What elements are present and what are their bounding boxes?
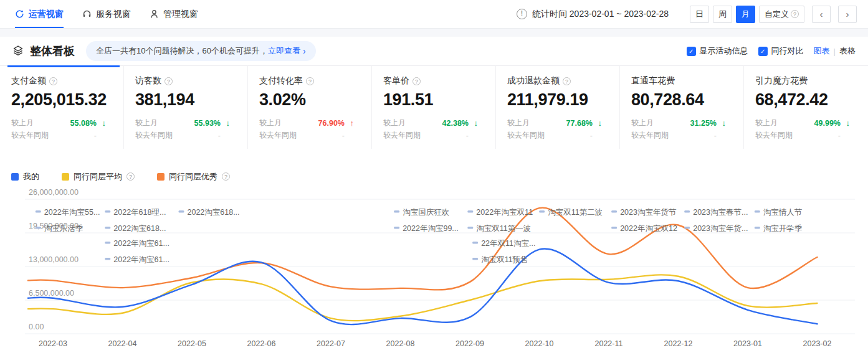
- activity-dash-icon: [394, 210, 399, 213]
- period-week-button[interactable]: 周: [713, 6, 732, 23]
- person-icon: [150, 9, 159, 19]
- activity-annotation[interactable]: 淘宝开学季: [763, 224, 803, 233]
- activity-annotation[interactable]: 22年双11淘宝...: [481, 239, 535, 248]
- help-icon[interactable]: ?: [49, 77, 57, 85]
- activity-annotation[interactable]: 淘宝国庆狂欢: [403, 208, 449, 217]
- prev-period-button[interactable]: ‹: [812, 6, 831, 23]
- legend-swatch-yellow: [62, 173, 69, 181]
- x-axis-tick: 2022-10: [525, 339, 554, 348]
- mom-value: 76.90%: [318, 119, 345, 128]
- activity-annotation[interactable]: 2022年淘宝双12: [620, 224, 677, 233]
- activity-annotation[interactable]: 2022年淘宝61...: [113, 239, 169, 248]
- activity-dash-icon: [684, 210, 690, 213]
- mom-value: 31.25%: [690, 119, 717, 128]
- trend-arrow-icon: ↓: [221, 118, 230, 128]
- yoy-label: 较去年同期: [11, 130, 49, 141]
- view-divider: |: [834, 47, 836, 56]
- kpi-card-avg-order-value[interactable]: 客单价? 191.51 较上月42.38%↓ 较去年同期-: [372, 66, 496, 149]
- table-view-toggle[interactable]: 表格: [839, 45, 856, 57]
- activity-annotation[interactable]: 2022年淘宝双11: [476, 208, 533, 217]
- tab-management-view[interactable]: 管理视窗: [150, 0, 198, 28]
- activity-annotation[interactable]: 淘宝双11预售: [481, 255, 528, 264]
- activity-annotation[interactable]: 2022年淘宝99...: [403, 224, 459, 233]
- activity-dash-icon: [394, 227, 399, 229]
- trend-line-chart[interactable]: 0.006,500,000.0013,000,000.0019,500,000.…: [0, 183, 868, 362]
- yoy-value: -: [714, 131, 717, 140]
- kpi-value: 80,728.64: [631, 90, 743, 110]
- mom-value: 77.68%: [566, 119, 593, 128]
- activity-annotation[interactable]: 2023淘宝春节...: [693, 208, 748, 217]
- activity-annotation[interactable]: 2022年淘宝61...: [113, 255, 169, 264]
- mom-value: 42.38%: [442, 119, 469, 128]
- kpi-card-payment-amount[interactable]: 支付金额? 2,205,015.32 较上月55.08%↓ 较去年同期-: [0, 66, 124, 149]
- activity-dash-icon: [684, 227, 690, 229]
- yoy-value: -: [94, 131, 97, 140]
- kpi-card-refund-amount[interactable]: 成功退款金额? 211,979.19 较上月77.68%↓ 较去年同期-: [496, 66, 620, 149]
- activity-annotation[interactable]: 淘宝双11第一波: [476, 224, 531, 233]
- help-icon[interactable]: ?: [126, 172, 135, 181]
- peer-compare-checkbox[interactable]: ✓ 同行对比: [758, 45, 804, 57]
- checkbox-checked-icon: ✓: [758, 47, 768, 56]
- legend-item-peer-excellent[interactable]: 同行同层优秀 ?: [157, 171, 230, 182]
- tab-service-view[interactable]: 服务视窗: [82, 0, 131, 28]
- help-icon[interactable]: ?: [563, 77, 571, 85]
- activity-annotation[interactable]: 淘宝乐活季: [44, 224, 83, 233]
- period-month-button[interactable]: 月: [736, 6, 755, 23]
- activity-annotation[interactable]: 淘宝双11第二波: [548, 208, 603, 217]
- legend-label: 我的: [23, 171, 39, 182]
- activity-dash-icon: [611, 227, 617, 229]
- legend-item-mine[interactable]: 我的: [11, 171, 39, 182]
- activity-dash-icon: [36, 210, 41, 213]
- period-day-button[interactable]: 日: [690, 6, 709, 23]
- activity-annotation[interactable]: 2023淘宝年货...: [693, 224, 748, 233]
- kpi-value: 381,194: [135, 90, 247, 110]
- activity-annotation[interactable]: 2022年618理...: [113, 208, 166, 217]
- board-header: 整体看板 全店一共有10个问题待解决，60个机会可提升， 立即查看 › ✓ 显示…: [0, 37, 868, 65]
- kpi-card-visitors[interactable]: 访客数? 381,194 较上月55.93%↓ 较去年同期-: [124, 66, 248, 149]
- tab-label: 管理视窗: [163, 9, 198, 20]
- tab-operations-view[interactable]: 运营视窗: [15, 0, 64, 28]
- activity-annotation[interactable]: 淘宝情人节: [763, 208, 803, 217]
- x-axis-tick: 2022-06: [247, 339, 276, 348]
- activity-dash-icon: [36, 227, 41, 229]
- activity-annotation[interactable]: 2022淘宝618...: [187, 208, 239, 217]
- help-icon[interactable]: ?: [413, 77, 421, 85]
- yoy-label: 较去年同期: [631, 130, 669, 141]
- activity-dash-icon: [178, 210, 184, 213]
- x-axis-tick: 2022-08: [386, 339, 415, 348]
- notice-pill: 全店一共有10个问题待解决，60个机会可提升， 立即查看 ›: [86, 41, 316, 61]
- help-icon[interactable]: ?: [222, 172, 230, 181]
- series-line-2: [28, 208, 818, 290]
- chart-view-toggle[interactable]: 图表: [814, 45, 830, 57]
- top-bar: 运营视窗 服务视窗 管理视窗 ! 统计时间 2023-02-01 ~ 2023-…: [0, 0, 868, 28]
- kpi-title: 支付金额: [11, 75, 46, 87]
- trend-arrow-icon: ↓: [593, 118, 602, 128]
- show-activity-checkbox[interactable]: ✓ 显示活动信息: [687, 45, 748, 57]
- trend-arrow-icon: ↓: [717, 118, 726, 128]
- kpi-card-ztc-spend[interactable]: 直通车花费? 80,728.64 较上月31.25%↓ 较去年同期-: [620, 66, 744, 149]
- y-axis-tick: 13,000,000.00: [29, 255, 79, 264]
- chart-legend: 我的 同行同层平均 ? 同行同层优秀 ?: [11, 171, 868, 182]
- next-period-button[interactable]: ›: [838, 6, 857, 23]
- activity-dash-icon: [611, 210, 617, 213]
- x-axis-tick: 2022-07: [317, 339, 345, 348]
- help-icon[interactable]: ?: [306, 77, 314, 85]
- mom-label: 较上月: [11, 118, 34, 128]
- kpi-card-conversion-rate[interactable]: 支付转化率? 3.02% 较上月76.90%↑ 较去年同期-: [248, 66, 372, 149]
- stat-time: ! 统计时间 2023-02-01 ~ 2023-02-28: [517, 9, 669, 20]
- x-axis-tick: 2022-04: [108, 339, 137, 348]
- activity-annotation[interactable]: 2022淘宝618...: [113, 224, 166, 233]
- view-now-link[interactable]: 立即查看: [268, 45, 300, 57]
- kpi-card-ylmf-spend[interactable]: 引力魔方花费? 68,472.42 较上月49.99%↓ 较去年同期-: [744, 66, 868, 149]
- help-icon[interactable]: ?: [165, 77, 173, 85]
- kpi-title: 成功退款金额: [507, 75, 560, 87]
- period-custom-button[interactable]: 自定义 ?: [759, 6, 804, 23]
- kpi-value: 211,979.19: [507, 90, 619, 110]
- legend-item-peer-average[interactable]: 同行同层平均 ?: [62, 171, 135, 182]
- activity-annotation[interactable]: 2023淘宝年货节: [620, 208, 677, 217]
- activity-dash-icon: [755, 210, 760, 213]
- peer-compare-label: 同行对比: [771, 45, 804, 57]
- yoy-label: 较去年同期: [135, 130, 173, 141]
- show-activity-label: 显示活动信息: [700, 45, 748, 57]
- activity-annotation[interactable]: 2022年淘宝55...: [44, 208, 100, 217]
